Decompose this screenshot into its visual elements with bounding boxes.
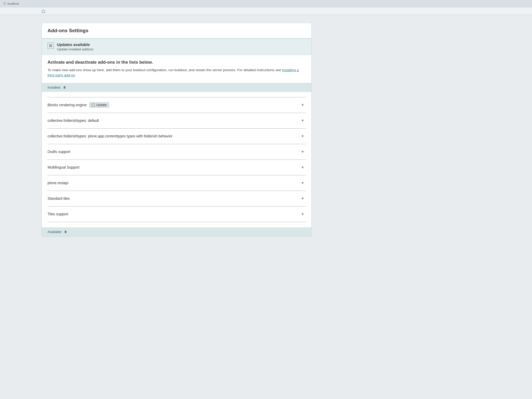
addon-name: Tiles support — [48, 212, 68, 216]
svg-rect-3 — [51, 46, 52, 47]
available-count: 8 — [65, 230, 66, 234]
updates-banner: Updates available Update installed addon… — [42, 39, 311, 55]
update-label: Update — [96, 103, 107, 107]
addon-row[interactable]: Multilingual Support+ — [48, 160, 306, 175]
nav-bar — [0, 7, 532, 15]
expand-icon[interactable]: + — [300, 118, 306, 124]
addon-name: Drafts support — [48, 150, 70, 154]
addon-left: Tiles support — [48, 212, 68, 216]
expand-icon[interactable]: + — [300, 196, 306, 202]
installed-addon-list: Blocks rendering engineUpdate+collective… — [42, 92, 311, 222]
info-heading: Activate and deactivate add-ons in the l… — [48, 60, 306, 65]
addon-name: plone.restapi — [48, 181, 68, 185]
updates-title: Updates available — [57, 42, 94, 47]
main-panel: Add-ons Settings Updates available Updat… — [42, 23, 312, 237]
installed-label: Installed: — [48, 85, 61, 89]
addon-name: Standard tiles — [48, 196, 70, 201]
svg-rect-2 — [50, 46, 51, 47]
addon-left: plone.restapi — [48, 181, 68, 185]
info-body: To make new add-ons show up here, add th… — [48, 68, 306, 78]
info-body-suffix: . — [75, 73, 76, 77]
update-icon — [92, 104, 95, 107]
addon-row[interactable]: collective.folderishtypes: default+ — [48, 113, 306, 129]
update-button[interactable]: Update — [89, 102, 109, 108]
expand-icon[interactable]: + — [300, 211, 306, 217]
expand-icon[interactable]: + — [300, 180, 306, 186]
info-body-prefix: To make new add-ons show up here, add th… — [48, 68, 282, 72]
url-text: localhost — [8, 2, 19, 5]
installed-count-bar: Installed: 8 — [42, 83, 311, 92]
available-count-bar: Available: 8 — [42, 227, 311, 236]
addon-row[interactable]: collective.folderishtypes: plone.app.con… — [48, 129, 306, 144]
svg-rect-0 — [50, 45, 51, 46]
expand-icon[interactable]: + — [300, 149, 306, 155]
available-label: Available: — [48, 230, 62, 234]
addon-row[interactable]: Blocks rendering engineUpdate+ — [48, 97, 306, 113]
expand-icon[interactable]: + — [300, 133, 306, 139]
addon-left: collective.folderishtypes: default — [48, 118, 99, 123]
addon-left: Standard tiles — [48, 196, 70, 201]
expand-icon[interactable]: + — [300, 164, 306, 170]
svg-rect-1 — [51, 45, 52, 46]
lock-icon: ⓘ — [3, 2, 6, 5]
expand-icon[interactable]: + — [300, 102, 306, 108]
page-title: Add-ons Settings — [42, 23, 311, 39]
addon-left: collective.folderishtypes: plone.app.con… — [48, 134, 172, 138]
updates-subtitle: Update installed addons: — [57, 47, 94, 51]
info-section: Activate and deactivate add-ons in the l… — [42, 55, 311, 83]
browser-url-bar: ⓘ localhost — [0, 0, 532, 7]
addon-row[interactable]: Tiles support+ — [48, 207, 306, 222]
addon-row[interactable]: Standard tiles+ — [48, 191, 306, 207]
home-icon[interactable] — [42, 9, 45, 13]
addon-left: Multilingual Support — [48, 165, 79, 169]
addon-row[interactable]: plone.restapi+ — [48, 175, 306, 191]
addon-left: Drafts support — [48, 150, 70, 154]
addon-name: Multilingual Support — [48, 165, 79, 169]
addon-name: Blocks rendering engine — [48, 103, 87, 107]
addon-name: collective.folderishtypes: plone.app.con… — [48, 134, 172, 138]
addon-row[interactable]: Drafts support+ — [48, 144, 306, 160]
installed-count: 8 — [64, 85, 65, 89]
updates-icon — [48, 43, 54, 49]
addon-name: collective.folderishtypes: default — [48, 118, 99, 123]
addon-left: Blocks rendering engineUpdate — [48, 102, 109, 108]
